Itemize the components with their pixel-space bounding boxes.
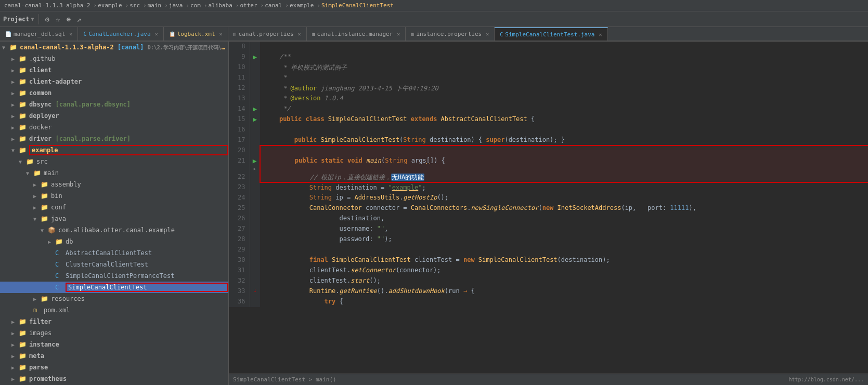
tree-item-github[interactable]: ▶ 📁 .github (0, 53, 228, 64)
expand-arrow: ▶ (11, 136, 19, 142)
tree-item-meta[interactable]: ▶ 📁 meta (0, 350, 228, 362)
expand-icon[interactable]: ↗ (75, 14, 83, 24)
line-number: 17 (229, 135, 250, 145)
expand-arrow: ▼ (11, 148, 19, 153)
tab-instance-properties[interactable]: m instance.properties ✕ (406, 27, 495, 41)
tree-label: pom.xml (44, 307, 228, 314)
tree-item-conf[interactable]: ▶ 📁 conf (0, 202, 228, 213)
tree-item-docker[interactable]: ▶ 📁 docker (0, 122, 228, 133)
tree-item-package[interactable]: ▼ 📦 com.alibaba.otter.canal.example (0, 224, 228, 236)
tab-canal-instance-manager[interactable]: m canal.instance.manager ✕ (307, 27, 406, 41)
folder-icon: 📁 (41, 192, 49, 200)
tree-item-images[interactable]: ▶ 📁 images (0, 327, 228, 339)
close-icon[interactable]: ✕ (219, 31, 223, 37)
close-icon[interactable]: ✕ (155, 31, 158, 37)
tree-item-parse[interactable]: ▶ 📁 parse (0, 362, 228, 373)
tab-manager-ddl[interactable]: 📄 manager_ddl.sql ✕ (0, 27, 78, 41)
line-number: 33 (229, 286, 250, 297)
tree-item-db[interactable]: ▶ 📁 db (0, 236, 228, 247)
tree-item-instance[interactable]: ▶ 📁 instance (0, 339, 228, 350)
tab-label: instance.properties (416, 31, 482, 37)
tree-label: filter (29, 318, 228, 325)
tree-item-main[interactable]: ▼ 📁 main (0, 167, 228, 179)
tab-logback[interactable]: 📋 logback.xml ✕ (164, 27, 228, 41)
line-gutter: ▶ (250, 104, 260, 114)
tree-label: db (66, 238, 228, 245)
tree-item-driver[interactable]: ▶ 📁 driver [canal.parse.driver] (0, 133, 228, 144)
tree-label: java (51, 215, 228, 222)
line-gutter (250, 245, 260, 255)
tree-label: client (29, 67, 228, 74)
expand-arrow: ▶ (33, 193, 41, 199)
line-gutter: ▶ (250, 114, 260, 125)
line-content (260, 145, 868, 156)
code-line-23: 23 String destination = "example"; (229, 182, 868, 193)
star-icon[interactable]: ☆ (54, 14, 62, 24)
line-content: public static void main(String args[]) { (260, 156, 868, 172)
tree-item-example[interactable]: ▼ 📁 example (0, 144, 228, 156)
line-number: 30 (229, 255, 250, 265)
line-gutter (250, 203, 260, 214)
tree-item-bin[interactable]: ▶ 📁 bin (0, 190, 228, 202)
line-gutter (250, 182, 260, 193)
tree-item-filter[interactable]: ▶ 📁 filter (0, 316, 228, 327)
line-number: 14 (229, 104, 250, 114)
close-icon[interactable]: ✕ (298, 31, 301, 37)
folder-icon: 📁 (41, 181, 49, 188)
line-number: 27 (229, 224, 250, 234)
line-gutter (250, 135, 260, 145)
tab-canal-launcher[interactable]: C CanalLauncher.java ✕ (78, 27, 163, 41)
tab-label: canal.instance.manager (317, 31, 393, 37)
tree-item-root[interactable]: ▼ 📁 canal-canal-1.1.3-alpha-2 [canal] D:… (0, 42, 228, 53)
dropdown-arrow[interactable]: ▼ (31, 16, 34, 22)
code-line-32: 32 clientTest.start(); (229, 276, 868, 286)
tree-item-assembly[interactable]: ▶ 📁 assembly (0, 179, 228, 190)
tree-label: resources (51, 295, 228, 302)
close-icon[interactable]: ✕ (69, 31, 72, 37)
close-icon[interactable]: ✕ (599, 32, 602, 37)
tree-item-cluster[interactable]: C ClusterCanalClientTest (0, 259, 228, 270)
tree-item-abstract[interactable]: C AbstractCanalClientTest (0, 247, 228, 259)
code-line-27: 27 username: "", (229, 224, 868, 234)
expand-arrow: ▶ (33, 296, 41, 302)
folder-icon: 📁 (19, 147, 27, 154)
tree-item-permance[interactable]: C SimpleCanalClientPermanceTest (0, 270, 228, 282)
tab-simple-canal[interactable]: C SimpleCanalClientTest.java ✕ (495, 27, 607, 41)
tree-label: canal-canal-1.1.3-alpha-2 [canal] D:\2.学… (20, 44, 228, 51)
expand-arrow: ▶ (33, 205, 41, 210)
line-gutter (250, 276, 260, 286)
expand-arrow: ▶ (11, 68, 19, 73)
line-gutter (250, 42, 260, 52)
expand-arrow: ▶ (11, 342, 19, 348)
settings-icon[interactable]: ⚙ (43, 14, 51, 24)
close-icon[interactable]: ✕ (397, 31, 400, 37)
java-class-icon: C (55, 249, 63, 257)
line-content: password: ""); (260, 234, 868, 245)
tree-item-deployer[interactable]: ▶ 📁 deployer (0, 110, 228, 122)
tree-item-dbsync[interactable]: ▶ 📁 dbsync [canal.parse.dbsync] (0, 99, 228, 110)
sidebar-tree[interactable]: ▼ 📁 canal-canal-1.1.3-alpha-2 [canal] D:… (0, 42, 228, 385)
code-line-20: 20 (229, 145, 868, 156)
tree-item-common[interactable]: ▶ 📁 common (0, 87, 228, 99)
tree-item-src[interactable]: ▼ 📁 src (0, 156, 228, 167)
expand-arrow: ▶ (11, 330, 19, 336)
folder-icon: 📁 (19, 78, 27, 85)
tree-item-client-adapter[interactable]: ▶ 📁 client-adapter (0, 76, 228, 87)
expand-arrow: ▶ (11, 125, 19, 130)
tree-item-java[interactable]: ▼ 📁 java (0, 213, 228, 224)
tree-item-simple-canal[interactable]: C SimpleCanalClientTest (0, 282, 228, 293)
line-number: 25 (229, 203, 250, 214)
close-icon[interactable]: ✕ (486, 31, 489, 37)
line-number: 32 (229, 276, 250, 286)
tree-item-prometheus[interactable]: ▶ 📁 prometheus (0, 373, 228, 384)
tree-label: dbsync [canal.parse.dbsync] (29, 101, 228, 108)
tree-item-client[interactable]: ▶ 📁 client (0, 64, 228, 76)
tab-canal-properties[interactable]: m canal.properties ✕ (228, 27, 307, 41)
java-class-icon: C (55, 261, 63, 268)
tree-item-resources[interactable]: ▶ 📁 resources (0, 293, 228, 304)
code-scroll[interactable]: 8 9 ▶ /** 10 * 单机模式的测试例子 11 (229, 42, 868, 374)
folder-icon: 📁 (19, 352, 27, 360)
tree-item-pom[interactable]: m pom.xml (0, 304, 228, 316)
add-icon[interactable]: ⊕ (64, 14, 72, 24)
expand-arrow: ▼ (2, 45, 9, 50)
